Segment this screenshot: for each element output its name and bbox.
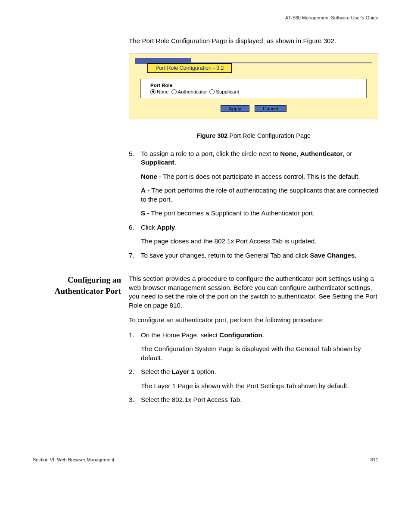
radio-icon	[150, 89, 156, 94]
document-header: AT-S60 Management Software User's Guide	[33, 15, 378, 20]
radio-label: Authenticator	[178, 89, 207, 94]
figure-302: Port Role Configuration - 3.2 Port Role …	[129, 53, 378, 119]
radio-none[interactable]: None	[150, 89, 169, 94]
port-role-label: Port Role	[150, 83, 361, 88]
radio-label: Supplicant	[216, 89, 239, 94]
step-item: 1.On the Home Page, select Configuration…	[129, 331, 378, 363]
step-item: 6.Click Apply.The page closes and the 80…	[129, 223, 378, 246]
step-item: 7.To save your changes, return to the Ge…	[129, 251, 378, 260]
footer-right: 811	[371, 457, 378, 462]
intro-text: The Port Role Configuration Page is disp…	[129, 37, 378, 46]
apply-button[interactable]: Apply	[221, 105, 249, 112]
step-item: 2.Select the Layer 1 option.The Layer 1 …	[129, 367, 378, 390]
radio-authenticator[interactable]: Authenticator	[171, 89, 207, 94]
step-item: 3.Select the 802.1x Port Access Tab.	[129, 395, 378, 404]
footer-left: Section VI: Web Browser Management	[33, 457, 114, 462]
section-heading: Configuring an Authenticator Port	[33, 274, 129, 410]
radio-supplicant[interactable]: Supplicant	[209, 89, 239, 94]
cancel-button[interactable]: Cancel	[255, 105, 286, 112]
figure-title: Port Role Configuration - 3.2	[147, 63, 232, 73]
radio-icon	[209, 89, 215, 94]
radio-icon	[171, 89, 177, 94]
section-intro-2: To configure an authenticator port, perf…	[129, 316, 378, 325]
step-item: 5.To assign a role to a port, click the …	[129, 149, 378, 218]
section-intro-1: This section provides a procedure to con…	[129, 274, 378, 310]
radio-label: None	[157, 89, 169, 94]
figure-caption: Figure 302 Port Role Configuration Page	[129, 132, 378, 139]
port-role-group: Port Role None Authenticator Supplicant	[140, 79, 367, 98]
